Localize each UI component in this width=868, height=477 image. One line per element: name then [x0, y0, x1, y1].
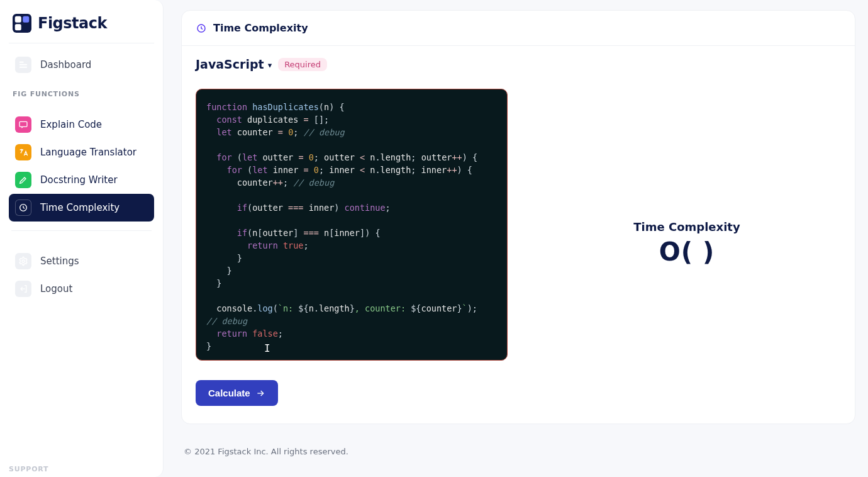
svg-rect-0	[15, 16, 21, 23]
calculate-button-label: Calculate	[208, 388, 250, 398]
sidebar-item-label: Settings	[40, 255, 79, 267]
clock-icon	[15, 199, 31, 216]
arrow-right-icon	[255, 388, 265, 398]
sidebar-item-dashboard[interactable]: Dashboard	[9, 51, 154, 79]
editor-pane: function hasDuplicates(n) { const duplic…	[196, 80, 508, 406]
clock-icon	[196, 23, 207, 34]
result-bigO: O( )	[659, 237, 715, 266]
sidebar-item-label: Explain Code	[40, 119, 102, 130]
code-editor[interactable]: function hasDuplicates(n) { const duplic…	[196, 89, 508, 361]
text-cursor-icon: 𝙸	[264, 342, 270, 355]
gear-icon	[15, 253, 31, 269]
sidebar-item-explain-code[interactable]: Explain Code	[9, 111, 154, 138]
sidebar-support-label: SUPPORT	[9, 465, 48, 473]
main-content: Time Complexity JavaScript ▾ Required fu…	[164, 0, 868, 477]
sidebar-item-time-complexity[interactable]: Time Complexity	[9, 194, 154, 222]
brand-logo-icon	[13, 14, 31, 33]
sidebar-item-label: Docstring Writer	[40, 174, 118, 186]
sidebar-item-label: Time Complexity	[40, 202, 120, 213]
translate-icon	[15, 144, 31, 160]
dashboard-icon	[15, 57, 31, 73]
sidebar-functions-nav: Explain Code Language Translator Docstri…	[9, 111, 154, 222]
tool-card: Time Complexity JavaScript ▾ Required fu…	[181, 10, 855, 424]
sidebar-item-settings[interactable]: Settings	[9, 247, 154, 275]
language-select[interactable]: JavaScript ▾	[196, 57, 272, 71]
result-pane: Time Complexity O( )	[533, 80, 841, 406]
logout-icon	[15, 281, 31, 297]
calculate-button[interactable]: Calculate	[196, 380, 278, 406]
language-row: JavaScript ▾ Required	[196, 57, 841, 71]
sidebar-utility-nav: Settings Logout	[9, 247, 154, 303]
workspace: function hasDuplicates(n) { const duplic…	[196, 80, 841, 406]
sidebar-item-docstring-writer[interactable]: Docstring Writer	[9, 166, 154, 194]
required-badge: Required	[278, 58, 327, 71]
sidebar-item-label: Language Translator	[40, 147, 136, 158]
svg-rect-4	[19, 64, 27, 65]
sidebar-section-title: FIG FUNCTIONS	[13, 90, 154, 98]
sidebar-primary-nav: Dashboard	[9, 51, 154, 79]
sidebar-item-language-translator[interactable]: Language Translator	[9, 138, 154, 166]
svg-rect-1	[15, 24, 21, 30]
pencil-icon	[15, 172, 31, 188]
sidebar: Figstack Dashboard FIG FUNCTIONS Explain…	[0, 0, 164, 477]
footer-text: © 2021 Figstack Inc. All rights reserved…	[184, 447, 855, 456]
svg-rect-2	[23, 16, 29, 23]
language-select-value: JavaScript	[196, 57, 264, 71]
svg-point-8	[22, 260, 25, 262]
sidebar-item-label: Dashboard	[40, 59, 91, 70]
sidebar-divider	[11, 230, 152, 231]
svg-rect-5	[19, 67, 27, 68]
card-header: Time Complexity	[182, 11, 855, 46]
sidebar-item-logout[interactable]: Logout	[9, 275, 154, 303]
result-title: Time Complexity	[633, 220, 740, 233]
svg-rect-6	[19, 121, 27, 126]
brand: Figstack	[9, 14, 154, 43]
svg-rect-3	[19, 62, 24, 63]
brand-name: Figstack	[38, 14, 107, 32]
chat-icon	[15, 116, 31, 133]
card-body: JavaScript ▾ Required function hasDuplic…	[182, 46, 855, 424]
card-title: Time Complexity	[213, 22, 308, 34]
sidebar-item-label: Logout	[40, 283, 72, 295]
chevron-down-icon: ▾	[268, 60, 272, 70]
